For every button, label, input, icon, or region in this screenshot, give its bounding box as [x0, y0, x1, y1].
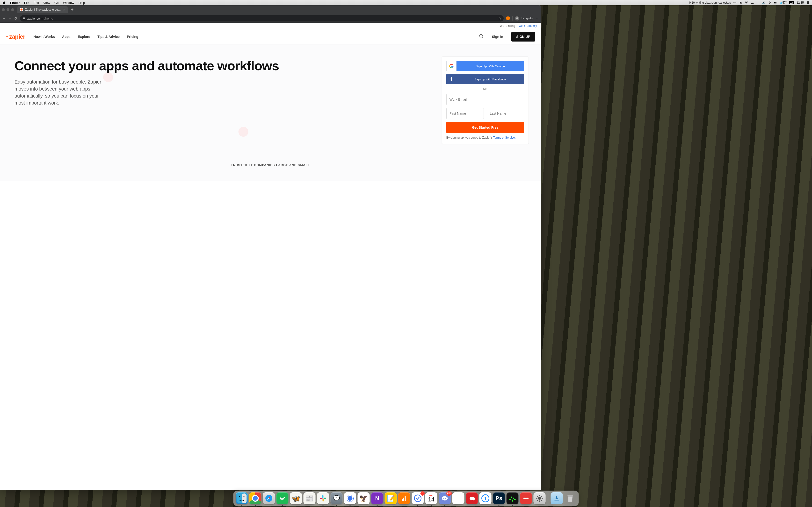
nav-explore[interactable]: Explore [78, 35, 90, 39]
signup-card: Sign Up With Google f Sign up with Faceb… [442, 56, 529, 144]
svg-point-33 [445, 498, 446, 499]
menubar-date-badge[interactable]: 14 [789, 1, 794, 4]
window-controls[interactable] [2, 8, 14, 11]
terms-link[interactable]: Terms of Service. [493, 136, 516, 139]
address-bar[interactable]: zapier.com/home ☆ [20, 15, 504, 21]
dock-finder[interactable] [236, 492, 248, 504]
dock-calendar[interactable]: MAY 14 [425, 492, 438, 504]
svg-point-37 [538, 497, 541, 500]
dock-downloads-folder[interactable] [551, 492, 563, 504]
bookmark-star-icon[interactable]: ☆ [498, 17, 501, 20]
menubar-more-icon[interactable]: ••• [733, 1, 737, 4]
svg-rect-2 [777, 2, 777, 3]
dock-things-badge: 4 [420, 491, 425, 496]
signup-facebook-button[interactable]: f Sign up with Facebook [446, 74, 524, 84]
svg-line-44 [537, 500, 538, 501]
menu-go[interactable]: Go [54, 1, 58, 5]
menubar-temp[interactable]: 💧57° [779, 1, 787, 4]
apple-menu-icon[interactable] [2, 1, 6, 4]
dock-onenote[interactable]: N [371, 492, 383, 504]
menu-view[interactable]: View [43, 1, 50, 5]
close-window-icon[interactable] [2, 8, 5, 11]
dock-safari[interactable] [263, 492, 275, 504]
sign-up-button[interactable]: SIGN UP [511, 32, 535, 42]
menubar-cloud-icon[interactable]: ☁︎ [751, 1, 754, 4]
menubar-app-name[interactable]: Finder [10, 1, 20, 5]
dock-mail[interactable]: 🦅 [358, 492, 370, 504]
dock-discord-badge: 57° [446, 491, 452, 496]
menubar-recording-status[interactable]: 0:10 writing ab…reen real estate [689, 1, 731, 4]
hiring-banner: We're hiring — work remotely [0, 23, 541, 29]
dock-notes[interactable]: 📝 [385, 492, 397, 504]
dock-todoist[interactable]: = [452, 492, 464, 504]
dock-app-red[interactable]: ••• [520, 492, 532, 504]
menu-window[interactable]: Window [63, 1, 74, 5]
svg-rect-24 [320, 498, 323, 499]
forward-button[interactable]: → [8, 16, 12, 20]
dock-activity-monitor[interactable] [507, 492, 519, 504]
dock-things[interactable]: 4 [412, 492, 424, 504]
dock-slack[interactable] [317, 492, 329, 504]
dock-discord[interactable]: 57° [439, 492, 451, 504]
hiring-link[interactable]: work remotely [519, 24, 537, 27]
zoom-window-icon[interactable] [11, 8, 14, 11]
svg-rect-15 [242, 494, 247, 503]
menubar-target-icon[interactable]: ◉ [739, 1, 743, 4]
dock-creative-cloud[interactable] [466, 492, 478, 504]
reload-button[interactable]: ⟳ [14, 16, 18, 21]
menu-file[interactable]: File [24, 1, 29, 5]
facebook-icon: f [446, 74, 457, 84]
nav-tips[interactable]: Tips & Advice [97, 35, 120, 39]
dock-news[interactable]: 📰 [304, 492, 316, 504]
dock: 🦋 📰 💬 🦅 N 📝 4 MAY 14 57° = [234, 491, 579, 506]
nav-how-it-works[interactable]: How It Works [33, 35, 55, 39]
tab-close-icon[interactable]: ✕ [63, 8, 65, 11]
dock-trash[interactable] [564, 492, 576, 504]
chrome-menu-icon[interactable]: ⋮ [535, 16, 539, 21]
svg-point-4 [21, 9, 22, 10]
menubar-umbrella-icon[interactable]: ☔︎ [745, 1, 748, 4]
extension-icon[interactable] [506, 16, 510, 20]
svg-point-12 [479, 34, 483, 37]
last-name-field[interactable] [487, 108, 524, 119]
svg-rect-9 [23, 18, 25, 19]
menubar-clock[interactable]: 12:35 [797, 1, 804, 4]
url-host: zapier.com [27, 17, 43, 20]
hero-headline: Connect your apps and automate workflows [14, 59, 432, 73]
back-button[interactable]: ← [2, 16, 6, 20]
nav-pricing[interactable]: Pricing [127, 35, 138, 39]
search-icon[interactable] [479, 34, 484, 40]
first-name-field[interactable] [446, 108, 484, 119]
nav-apps[interactable]: Apps [62, 35, 70, 39]
calendar-day: 14 [428, 497, 435, 502]
dock-messages[interactable]: 💬 [331, 492, 343, 504]
dock-bear[interactable]: 🦋 [290, 492, 302, 504]
zapier-logo[interactable]: ✱ zapier [6, 33, 25, 40]
dock-system-preferences[interactable] [534, 492, 546, 504]
get-started-button[interactable]: Get Started Free [446, 122, 524, 133]
primary-nav: How It Works Apps Explore Tips & Advice … [33, 35, 138, 39]
svg-line-45 [541, 496, 542, 497]
minimize-window-icon[interactable] [6, 8, 9, 11]
dock-1password[interactable] [479, 492, 492, 504]
dock-spotify[interactable] [276, 492, 289, 504]
menu-edit[interactable]: Edit [34, 1, 39, 5]
svg-point-16 [239, 496, 240, 497]
dock-analytics[interactable] [398, 492, 410, 504]
menubar-list-icon[interactable]: ☰ [806, 1, 810, 4]
bluetooth-icon[interactable]: ᛒ [756, 1, 760, 4]
chrome-window: Zapier | The easiest to au… ✕ + ← → ⟳ za… [0, 5, 541, 490]
signup-google-button[interactable]: Sign Up With Google [446, 61, 524, 71]
menu-help[interactable]: Help [79, 1, 85, 5]
browser-tab[interactable]: Zapier | The easiest to au… ✕ [17, 6, 68, 13]
battery-icon[interactable] [774, 1, 777, 4]
hiring-prefix: We're hiring — [500, 24, 519, 27]
sign-in-link[interactable]: Sign In [492, 35, 503, 39]
dock-signal[interactable] [344, 492, 356, 504]
wifi-icon[interactable] [768, 1, 771, 4]
work-email-field[interactable] [446, 94, 524, 105]
dock-photoshop[interactable]: Ps [493, 492, 505, 504]
new-tab-button[interactable]: + [69, 7, 75, 12]
volume-icon[interactable]: 🔊 [762, 1, 766, 4]
dock-chrome[interactable] [249, 492, 261, 504]
